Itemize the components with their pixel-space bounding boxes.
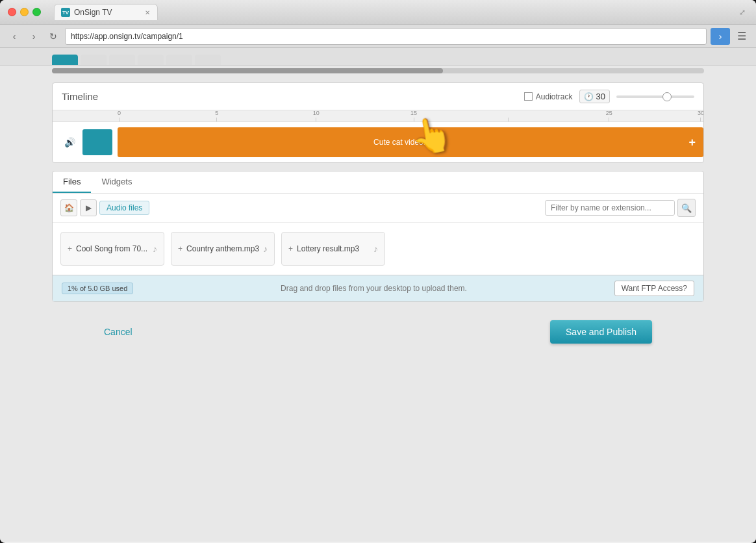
save-publish-button[interactable]: Save and Publish	[550, 320, 652, 344]
ruler-mark-5: 5	[215, 110, 218, 121]
ftp-access-button[interactable]: Want FTP Access?	[614, 281, 694, 296]
browser-menu-button[interactable]: ☰	[734, 29, 750, 44]
zoom-slider[interactable]	[616, 95, 694, 98]
ruler-mark-15: 15	[410, 110, 417, 121]
files-tabs: Files Widgets	[53, 171, 703, 194]
timeline-track-container: 🔊 Cute cat video.mp4 + 👆	[53, 122, 703, 162]
duration-value: 30	[596, 92, 605, 101]
address-bar: ‹ › ↻ › ☰	[0, 25, 756, 48]
zoom-slider-thumb[interactable]	[662, 92, 672, 101]
ruler-marks: 0 5 10 15	[118, 110, 703, 121]
timeline-track-area: 🔊 Cute cat video.mp4 +	[53, 122, 703, 162]
tab-close-button[interactable]: ✕	[143, 8, 152, 17]
track-add-button[interactable]: +	[688, 136, 696, 149]
storage-badge: 1% of 5.0 GB used	[62, 283, 133, 294]
scrollbar-container	[0, 66, 756, 76]
cancel-link[interactable]: Cancel	[104, 327, 132, 337]
storage-bar: 1% of 5.0 GB used Drag and drop files fr…	[53, 275, 703, 301]
page-footer: Cancel Save and Publish	[52, 310, 704, 354]
scrollbar-track[interactable]	[52, 68, 704, 73]
file-name-2: Country anthem.mp3	[186, 244, 259, 253]
audio-icon-2: ♪	[263, 244, 268, 254]
files-filter: 🔍	[545, 199, 696, 217]
url-input[interactable]	[65, 28, 707, 45]
audiotrack-area: Audiotrack	[524, 92, 573, 101]
tab-bar: TV OnSign TV ✕	[54, 4, 158, 20]
track-video-label: Cute cat video.mp4	[125, 138, 688, 147]
forward-nav-button[interactable]: ▶	[80, 199, 97, 216]
title-bar: TV OnSign TV ✕ ⤢	[0, 0, 756, 25]
files-grid: + Cool Song from 70... ♪ + Country anthe…	[53, 223, 703, 275]
file-add-icon-2: +	[178, 244, 183, 253]
minimize-button[interactable]	[20, 8, 29, 16]
files-panel: Files Widgets 🏠 ▶ Audio files 🔍	[52, 171, 704, 302]
page-tab-5[interactable]	[166, 55, 192, 65]
timeline-controls: Audiotrack 🕐 30	[524, 90, 694, 103]
audio-icon-3: ♪	[373, 244, 378, 254]
list-item[interactable]: + Lottery result.mp3 ♪	[281, 232, 385, 266]
file-name-3: Lottery result.mp3	[297, 244, 370, 253]
page-tab-2[interactable]	[81, 55, 107, 65]
zoom-slider-area	[616, 95, 694, 98]
track-thumbnail	[82, 129, 112, 155]
ruler-mark-0: 0	[118, 110, 121, 121]
track-video-block[interactable]: Cute cat video.mp4 +	[118, 127, 703, 157]
audio-track-icon: 🔊	[62, 134, 77, 150]
traffic-lights	[8, 8, 41, 16]
tab-files[interactable]: Files	[53, 171, 91, 193]
timeline-header: Timeline Audiotrack 🕐 30	[53, 83, 703, 110]
list-item[interactable]: + Cool Song from 70... ♪	[60, 232, 164, 266]
breadcrumb-audio[interactable]: Audio files	[99, 201, 149, 215]
filter-search-button[interactable]: 🔍	[677, 199, 696, 217]
page-content: Timeline Audiotrack 🕐 30	[0, 48, 756, 542]
page-tab-4[interactable]	[138, 55, 164, 65]
ruler-mark-30: 30	[698, 110, 704, 121]
go-button[interactable]: ›	[711, 28, 730, 45]
page-tab-1[interactable]	[52, 55, 78, 65]
files-toolbar: 🏠 ▶ Audio files 🔍	[53, 194, 703, 223]
file-add-icon-1: +	[68, 244, 72, 253]
tab-title: OnSign TV	[74, 8, 112, 17]
file-name-1: Cool Song from 70...	[76, 244, 149, 253]
close-button[interactable]	[8, 8, 16, 16]
forward-button[interactable]: ›	[26, 29, 42, 44]
timeline-panel: Timeline Audiotrack 🕐 30	[52, 82, 704, 163]
page-tab-6[interactable]	[195, 55, 221, 65]
file-add-icon-3: +	[288, 244, 293, 253]
main-area: Timeline Audiotrack 🕐 30	[0, 76, 756, 360]
window-resize-icon[interactable]: ⤢	[737, 6, 748, 18]
duration-box: 🕐 30	[579, 90, 610, 103]
audiotrack-label: Audiotrack	[536, 92, 573, 101]
browser-window: TV OnSign TV ✕ ⤢ ‹ › ↻ › ☰	[0, 0, 756, 543]
active-tab[interactable]: TV OnSign TV ✕	[54, 4, 158, 20]
filter-input[interactable]	[545, 200, 675, 216]
ruler-mark-25: 25	[606, 110, 612, 121]
page-tab-3[interactable]	[109, 55, 135, 65]
clock-icon: 🕐	[584, 92, 594, 101]
reload-button[interactable]: ↻	[45, 29, 61, 44]
ruler-mark-20	[508, 116, 509, 121]
page-tabs-area	[0, 48, 756, 66]
tab-widgets[interactable]: Widgets	[91, 171, 142, 193]
storage-hint: Drag and drop files from your desktop to…	[140, 284, 607, 293]
maximize-button[interactable]	[32, 8, 41, 16]
scrollbar-thumb[interactable]	[52, 68, 443, 73]
tab-favicon: TV	[61, 8, 70, 17]
timeline-title: Timeline	[62, 91, 98, 102]
audiotrack-checkbox[interactable]	[524, 92, 533, 101]
back-button[interactable]: ‹	[6, 29, 22, 44]
ruler-mark-10: 10	[313, 110, 320, 121]
timeline-ruler: 0 5 10 15	[53, 110, 703, 122]
home-button[interactable]: 🏠	[60, 199, 77, 216]
audio-icon-1: ♪	[153, 244, 157, 254]
list-item[interactable]: + Country anthem.mp3 ♪	[171, 232, 275, 266]
